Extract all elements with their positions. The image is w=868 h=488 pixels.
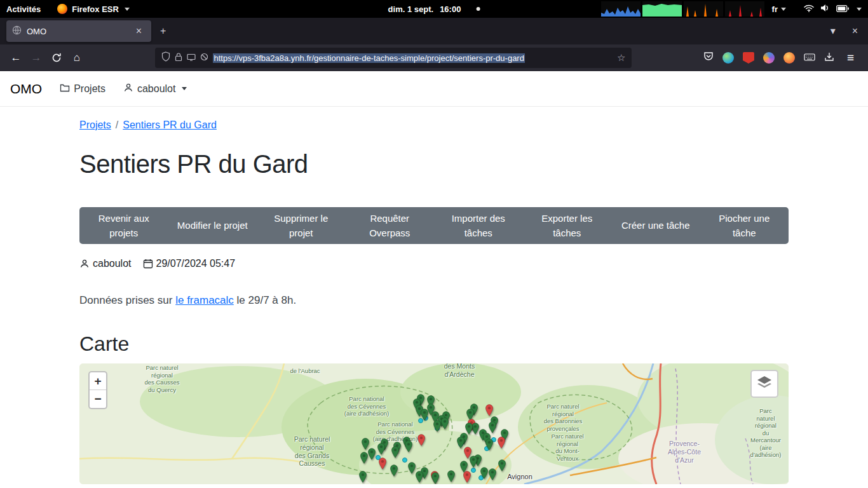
gnome-top-bar: Activités Firefox ESR dim. 1 sept. 16:00… (0, 0, 868, 18)
app-menu-label: Firefox ESR (72, 4, 119, 14)
toolbar-button[interactable]: Piocher une tâche (700, 207, 789, 244)
task-marker-green[interactable] (480, 467, 489, 479)
system-status-area[interactable] (804, 4, 862, 14)
ublock-origin-icon[interactable] (743, 52, 754, 64)
blocked-permission-icon[interactable] (200, 52, 208, 64)
map[interactable]: Parc naturel régional des Causses du Que… (79, 363, 789, 484)
chevron-down-icon (781, 8, 786, 11)
task-marker-red[interactable] (379, 458, 387, 470)
globe-favicon-icon (12, 25, 22, 37)
user-dropdown[interactable]: caboulot (123, 83, 187, 95)
url-bar[interactable]: https://vps-3fba2a8a.ynh.fr/gestionnaire… (155, 48, 632, 68)
page-content: Projets/Sentiers PR du Gard Sentiers PR … (79, 119, 789, 484)
toolbar-button[interactable]: Créer une tâche (611, 207, 700, 244)
new-tab-button[interactable]: + (156, 24, 170, 39)
breadcrumb-projects-link[interactable]: Projets (79, 119, 111, 130)
meta-author: caboulot (93, 258, 132, 269)
task-marker-green[interactable] (470, 456, 478, 468)
list-all-tabs-icon[interactable]: ▾ (827, 24, 839, 39)
tracking-protection-shield-icon[interactable] (161, 51, 170, 64)
chevron-down-icon (857, 8, 862, 11)
notification-dot-icon (476, 7, 480, 11)
task-marker-green[interactable] (489, 468, 497, 480)
forward-button[interactable]: → (27, 48, 46, 67)
tab-close-icon[interactable]: × (132, 24, 146, 39)
task-marker-red[interactable] (463, 471, 471, 483)
task-marker-green[interactable] (405, 440, 413, 452)
browser-tab[interactable]: OMO × (6, 20, 151, 42)
keyboard-icon[interactable] (804, 52, 815, 64)
task-marker-green[interactable] (447, 470, 456, 482)
browser-nav-bar: ← → ⌂ https://vps-3fba2a8a.ynh.fr/gestio… (0, 44, 868, 71)
app-menu[interactable]: Firefox ESR (57, 4, 130, 14)
toolbar-button[interactable]: Modifier le projet (168, 207, 257, 244)
zoom-control: + − (88, 371, 107, 409)
task-marker-green[interactable] (368, 448, 376, 460)
task-marker-green[interactable] (416, 471, 424, 483)
home-button[interactable]: ⌂ (67, 48, 86, 67)
task-marker-green[interactable] (421, 409, 429, 421)
layers-control[interactable] (750, 370, 778, 398)
nav-projects-link[interactable]: Projets (60, 83, 105, 95)
breadcrumb-separator: / (116, 119, 118, 130)
battery-icon (836, 4, 849, 14)
extension-paw-icon[interactable] (783, 52, 795, 64)
task-marker-green[interactable] (441, 417, 449, 430)
task-marker-green[interactable] (433, 420, 442, 432)
toolbar-button[interactable]: Exporter les tâches (523, 207, 612, 244)
task-marker-green[interactable] (390, 464, 398, 477)
toolbar-button[interactable]: Revenir aux projets (79, 207, 168, 244)
clock-date: dim. 1 sept. (388, 4, 434, 14)
task-marker-green[interactable] (391, 446, 400, 458)
site-brand[interactable]: OMO (10, 81, 42, 97)
task-marker-red[interactable] (498, 437, 506, 449)
task-marker-green[interactable] (359, 471, 367, 483)
zoom-in-button[interactable]: + (90, 372, 106, 390)
calendar-icon (143, 259, 153, 269)
page-title: Sentiers PR du Gard (79, 150, 789, 179)
hamburger-menu-icon[interactable]: ≡ (843, 51, 858, 65)
back-button[interactable]: ← (6, 48, 25, 67)
pocket-icon[interactable] (703, 51, 714, 64)
screenshare-permission-icon[interactable] (187, 52, 196, 64)
task-marker-green[interactable] (489, 421, 497, 433)
wifi-icon (804, 4, 814, 14)
containers-extension-icon[interactable] (763, 52, 775, 64)
site-header: OMO Projets caboulot (0, 71, 868, 107)
breadcrumb: Projets/Sentiers PR du Gard (79, 119, 789, 131)
task-marker-green[interactable] (498, 459, 506, 471)
task-marker-red[interactable] (485, 404, 494, 416)
project-description: Données prises sur le framacalc le 29/7 … (79, 294, 789, 307)
task-dot[interactable] (471, 468, 476, 473)
toolbar-button[interactable]: Importer des tâches (434, 207, 523, 244)
clock-time: 16:00 (440, 4, 461, 14)
user-dropdown-label: caboulot (137, 83, 176, 95)
window-close-icon[interactable]: × (848, 24, 862, 39)
task-marker-red[interactable] (417, 434, 426, 446)
activities-button[interactable]: Activités (6, 4, 41, 14)
task-marker-green[interactable] (377, 443, 386, 455)
keyboard-layout-indicator[interactable]: fr (772, 4, 786, 14)
breadcrumb-current-link[interactable]: Sentiers PR du Gard (123, 119, 217, 130)
url-input[interactable]: https://vps-3fba2a8a.ynh.fr/gestionnaire… (213, 53, 613, 63)
task-marker-green[interactable] (431, 472, 440, 484)
clock[interactable]: dim. 1 sept. 16:00 (388, 4, 480, 14)
task-marker-green[interactable] (485, 438, 494, 451)
toolbar-button[interactable]: Requêter Overpass (346, 207, 435, 244)
extension-icon[interactable] (722, 52, 734, 64)
library-tray-icon[interactable] (824, 51, 834, 64)
url-selected-text: https://vps-3fba2a8a.ynh.fr/gestionnaire… (213, 53, 524, 63)
person-icon (123, 83, 133, 95)
zoom-out-button[interactable]: − (90, 390, 106, 408)
chevron-down-icon (182, 87, 187, 90)
network-graph-icon (684, 1, 723, 17)
framacalc-link[interactable]: le framacalc (175, 294, 234, 306)
system-monitor-applet[interactable] (601, 1, 764, 17)
toolbar-button[interactable]: Supprimer le projet (257, 207, 346, 244)
layers-icon (757, 376, 772, 392)
lock-icon[interactable] (175, 52, 182, 64)
task-dot[interactable] (402, 458, 407, 463)
reload-button[interactable] (47, 48, 66, 67)
bookmark-star-icon[interactable]: ☆ (617, 52, 625, 64)
task-marker-green[interactable] (360, 452, 369, 464)
